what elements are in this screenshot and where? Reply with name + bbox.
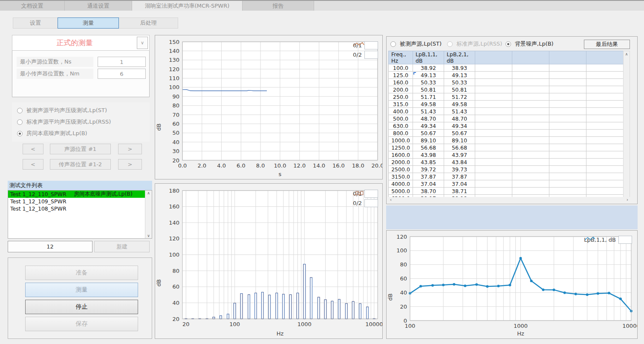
table-cell[interactable] — [586, 188, 624, 195]
table-cell[interactable] — [512, 151, 549, 159]
mic-prev-button[interactable]: < — [23, 159, 43, 170]
table-cell[interactable]: 37.04 — [444, 180, 475, 188]
table-cell[interactable]: 49.13 — [413, 72, 444, 79]
table-cell[interactable]: 89.10 — [444, 137, 475, 144]
table-cell[interactable]: 56.68 — [413, 144, 444, 151]
final-result-button[interactable]: 最后结果 — [584, 40, 630, 49]
source-position-button[interactable]: 声源位置 #1 — [50, 144, 111, 154]
table-cell[interactable] — [512, 64, 549, 72]
table-cell[interactable] — [549, 166, 586, 173]
chevron-down-icon[interactable]: ∨ — [137, 37, 148, 49]
table-header[interactable] — [586, 51, 624, 64]
table-cell[interactable]: 100.0 — [389, 64, 413, 72]
nm-value-field[interactable]: 6 — [98, 69, 146, 79]
table-cell[interactable]: 1000.0 — [389, 137, 413, 144]
table-cell[interactable] — [549, 93, 586, 101]
table-cell[interactable] — [512, 173, 549, 180]
table-cell[interactable] — [549, 137, 586, 144]
table-cell[interactable] — [586, 159, 624, 166]
table-cell[interactable]: 43.97 — [444, 151, 475, 159]
table-cell[interactable] — [586, 173, 624, 180]
tab-report[interactable]: 报告 — [243, 1, 314, 11]
table-cell[interactable]: 50.81 — [413, 86, 444, 93]
table-cell[interactable] — [549, 159, 586, 166]
mic-next-button[interactable]: > — [118, 159, 142, 170]
table-cell[interactable]: 1250.0 — [389, 144, 413, 151]
table-cell[interactable] — [549, 130, 586, 137]
measure-mode-dropdown[interactable]: 正式的测量 ∨ — [12, 35, 150, 51]
table-cell[interactable]: 2500.0 — [389, 166, 413, 173]
table-cell[interactable] — [586, 72, 624, 79]
list-item[interactable]: Test 1_12_108_SPWR — [8, 205, 145, 212]
prepare-button[interactable]: 准备 — [25, 266, 138, 280]
table-cell[interactable] — [586, 64, 624, 72]
table-cell[interactable] — [549, 72, 586, 79]
table-header[interactable]: LpB,2,1, dB — [444, 51, 475, 64]
table-cell[interactable] — [549, 180, 586, 188]
save-button[interactable]: 保存 — [25, 317, 138, 331]
table-cell[interactable] — [475, 108, 512, 115]
table-cell[interactable]: 50.67 — [413, 130, 444, 137]
table-cell[interactable] — [549, 108, 586, 115]
table-cell[interactable] — [549, 115, 586, 122]
result-radio-0[interactable]: 被测声源,Lp(ST) — [390, 40, 442, 48]
scroll-up-icon[interactable]: ∧ — [145, 191, 152, 195]
table-cell[interactable] — [586, 108, 624, 115]
source-prev-button[interactable]: < — [23, 144, 43, 154]
table-cell[interactable] — [549, 173, 586, 180]
test-type-radio-2[interactable]: 房间本底噪声测试,Lp(B) — [17, 130, 87, 137]
table-cell[interactable] — [512, 166, 549, 173]
table-cell[interactable]: 4000.0 — [389, 180, 413, 188]
table-cell[interactable]: 43.84 — [444, 159, 475, 166]
table-cell[interactable]: 38.70 — [413, 188, 444, 195]
table-cell[interactable]: 5000.0 — [389, 188, 413, 195]
table-cell[interactable] — [475, 93, 512, 101]
table-cell[interactable] — [586, 137, 624, 144]
table-cell[interactable] — [586, 86, 624, 93]
table-cell[interactable]: 51.43 — [444, 108, 475, 115]
table-cell[interactable] — [475, 137, 512, 144]
table-cell[interactable] — [512, 122, 549, 130]
table-cell[interactable]: 56.68 — [444, 144, 475, 151]
table-cell[interactable]: 500.0 — [389, 115, 413, 122]
table-cell[interactable]: 400.0 — [389, 108, 413, 115]
table-cell[interactable]: 51.43 — [413, 108, 444, 115]
table-cell[interactable]: 43.85 — [413, 159, 444, 166]
table-cell[interactable] — [512, 159, 549, 166]
table-cell[interactable]: 39.72 — [413, 166, 444, 173]
table-cell[interactable]: 50.33 — [413, 79, 444, 86]
test-type-radio-0[interactable]: 被测声源平均声压级测试,Lp(ST) — [17, 107, 107, 114]
table-cell[interactable] — [586, 166, 624, 173]
table-cell[interactable]: 49.13 — [444, 72, 475, 79]
radio-icon[interactable] — [447, 41, 453, 47]
radio-icon[interactable] — [390, 41, 396, 47]
table-cell[interactable] — [512, 115, 549, 122]
mic-position-button[interactable]: 传声器位置 #1-2 — [50, 159, 111, 170]
table-cell[interactable] — [475, 115, 512, 122]
radio-icon[interactable] — [17, 108, 23, 113]
table-cell[interactable] — [549, 86, 586, 93]
table-hscrollbar[interactable]: ‹ › — [388, 197, 630, 204]
tab-mcr-spwr[interactable]: 混响室法测试声功率(MCR-SPWR) — [132, 1, 243, 11]
table-cell[interactable] — [475, 166, 512, 173]
test-file-list[interactable]: ∧ ∨ Test 1_12_110_SPWR房间本底噪声测试,Lp(B)Test… — [8, 190, 152, 239]
table-cell[interactable]: 50.33 — [444, 79, 475, 86]
table-cell[interactable]: 38.71 — [444, 188, 475, 195]
result-radio-2[interactable]: 背景噪声,Lp(B) — [505, 40, 554, 48]
new-button[interactable]: 新建 — [94, 241, 150, 252]
table-cell[interactable] — [586, 115, 624, 122]
table-cell[interactable] — [586, 101, 624, 108]
table-cell[interactable] — [512, 180, 549, 188]
table-header[interactable] — [475, 51, 512, 64]
subtab-measure[interactable]: 测量 — [58, 17, 119, 29]
table-cell[interactable] — [475, 173, 512, 180]
subtab-postprocess[interactable]: 后处理 — [118, 17, 178, 29]
list-item[interactable]: Test 1_12_109_SPWR — [8, 198, 145, 205]
table-cell[interactable] — [586, 180, 624, 188]
table-cell[interactable] — [475, 72, 512, 79]
table-cell[interactable]: 38.92 — [413, 64, 444, 72]
table-cell[interactable] — [549, 64, 586, 72]
table-cell[interactable] — [549, 122, 586, 130]
table-cell[interactable]: 48.70 — [444, 115, 475, 122]
tab-channel-settings[interactable]: 通道设置 — [65, 1, 132, 11]
